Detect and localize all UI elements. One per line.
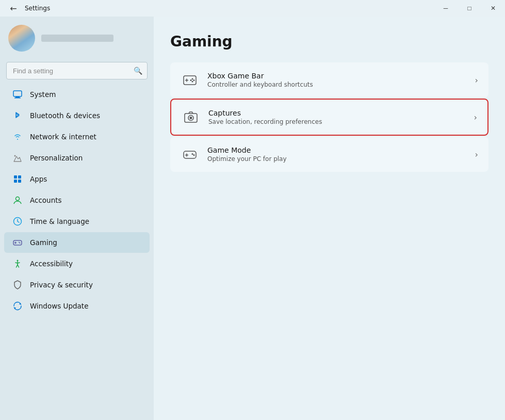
svg-point-14 (20, 243, 21, 244)
svg-rect-4 (14, 175, 17, 179)
sidebar-item-windows-update-label: Windows Update (30, 302, 88, 310)
personalization-icon (12, 153, 23, 163)
svg-point-22 (190, 79, 192, 81)
sidebar-item-gaming[interactable]: Gaming (4, 232, 150, 253)
sidebar-item-time[interactable]: Time & language (4, 211, 150, 232)
svg-rect-6 (14, 180, 17, 183)
captures-card[interactable]: Captures Save location, recording prefer… (170, 99, 488, 136)
close-button[interactable]: ✕ (481, 0, 505, 17)
sidebar-item-network[interactable]: Network & internet (4, 126, 150, 147)
sidebar-item-system[interactable]: System (4, 84, 150, 105)
privacy-icon (12, 280, 23, 290)
content-area: Gaming Xbox Game Bar (154, 17, 505, 420)
sidebar-nav: System Bluetooth & devices (0, 84, 154, 317)
xbox-game-bar-text: Xbox Game Bar Controller and keyboard sh… (207, 72, 467, 88)
time-icon (12, 216, 23, 227)
captures-text: Captures Save location, recording prefer… (208, 109, 466, 125)
avatar (8, 25, 35, 52)
sidebar-item-network-label: Network & internet (30, 133, 96, 141)
minimize-button[interactable]: ─ (434, 0, 458, 17)
gaming-icon (12, 237, 23, 248)
captures-chevron: › (474, 112, 477, 122)
svg-rect-5 (18, 175, 21, 179)
svg-point-30 (192, 153, 193, 155)
page-title: Gaming (170, 33, 488, 50)
game-mode-icon (181, 145, 199, 164)
search-icon: 🔍 (134, 67, 142, 75)
xbox-game-bar-title: Xbox Game Bar (207, 72, 467, 80)
sidebar-item-bluetooth[interactable]: Bluetooth & devices (4, 105, 150, 126)
svg-rect-2 (14, 98, 21, 99)
search-input[interactable] (6, 62, 148, 79)
sidebar-item-system-label: System (30, 90, 56, 99)
system-icon (12, 89, 23, 100)
svg-point-3 (14, 155, 16, 157)
user-name (41, 35, 113, 42)
titlebar-title: Settings (25, 5, 50, 12)
svg-rect-1 (15, 96, 20, 98)
sidebar: 🔍 System Bluet (0, 17, 154, 420)
svg-rect-7 (18, 180, 21, 183)
svg-point-23 (192, 81, 193, 83)
svg-point-8 (16, 197, 20, 201)
svg-point-13 (19, 242, 20, 243)
sidebar-item-windows-update[interactable]: Windows Update (4, 296, 150, 316)
svg-rect-0 (13, 91, 22, 96)
titlebar: ← Settings ─ □ ✕ (0, 0, 505, 17)
xbox-game-bar-icon (181, 71, 199, 89)
sidebar-item-privacy-label: Privacy & security (30, 281, 93, 289)
game-mode-card[interactable]: Game Mode Optimize your PC for play › (170, 137, 488, 172)
game-mode-title: Game Mode (207, 146, 467, 154)
game-mode-chevron: › (475, 150, 478, 159)
search-box: 🔍 (6, 62, 148, 79)
game-mode-subtitle: Optimize your PC for play (207, 155, 467, 163)
svg-point-31 (193, 154, 195, 156)
sidebar-item-time-label: Time & language (30, 217, 89, 225)
sidebar-item-personalization[interactable]: Personalization (4, 148, 150, 168)
game-mode-text: Game Mode Optimize your PC for play (207, 146, 467, 163)
back-button[interactable]: ← (6, 1, 21, 15)
svg-point-15 (17, 260, 19, 262)
sidebar-item-accessibility-label: Accessibility (30, 260, 73, 268)
apps-icon (12, 174, 23, 184)
svg-point-26 (190, 117, 192, 119)
sidebar-item-personalization-label: Personalization (30, 154, 83, 162)
xbox-game-bar-subtitle: Controller and keyboard shortcuts (207, 81, 467, 88)
titlebar-left: ← Settings (6, 1, 50, 15)
sidebar-item-accessibility[interactable]: Accessibility (4, 253, 150, 274)
sidebar-item-bluetooth-label: Bluetooth & devices (30, 111, 100, 120)
network-icon (12, 132, 23, 142)
main-container: 🔍 System Bluet (0, 17, 505, 420)
xbox-game-bar-chevron: › (475, 75, 478, 85)
svg-point-21 (193, 79, 195, 81)
windows-update-icon (12, 301, 23, 311)
xbox-game-bar-card[interactable]: Xbox Game Bar Controller and keyboard sh… (170, 62, 488, 98)
captures-icon (182, 108, 200, 126)
svg-point-20 (192, 78, 193, 80)
sidebar-item-accounts[interactable]: Accounts (4, 190, 150, 211)
bluetooth-icon (12, 110, 23, 121)
captures-subtitle: Save location, recording preferences (208, 118, 466, 125)
sidebar-item-apps-label: Apps (30, 175, 47, 183)
captures-title: Captures (208, 109, 466, 117)
sidebar-item-accounts-label: Accounts (30, 196, 62, 204)
maximize-button[interactable]: □ (458, 0, 481, 17)
sidebar-item-apps[interactable]: Apps (4, 169, 150, 189)
settings-list: Xbox Game Bar Controller and keyboard sh… (170, 62, 488, 172)
accessibility-icon (12, 259, 23, 269)
titlebar-controls: ─ □ ✕ (434, 0, 505, 17)
sidebar-item-gaming-label: Gaming (30, 238, 57, 247)
user-profile[interactable] (0, 17, 154, 60)
sidebar-item-privacy[interactable]: Privacy & security (4, 274, 150, 295)
accounts-icon (12, 195, 23, 205)
